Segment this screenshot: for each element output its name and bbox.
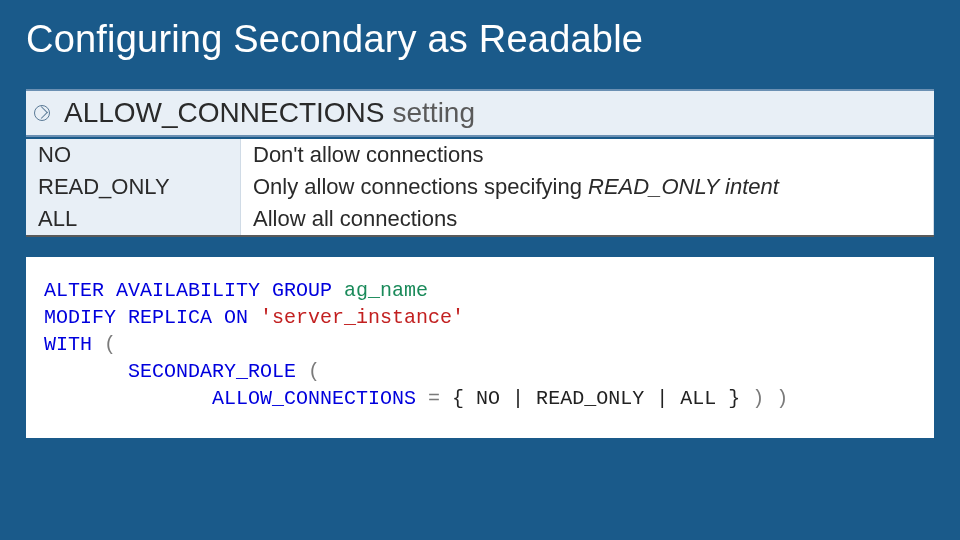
settings-table: NO Don't allow connections READ_ONLY Onl… — [26, 139, 934, 237]
code-space — [740, 387, 752, 410]
section-header: ALLOW_CONNECTIONS setting — [26, 89, 934, 137]
code-paren: ( — [104, 333, 116, 356]
code-identifier: ag_name — [344, 279, 428, 302]
code-keyword: WITH — [44, 333, 104, 356]
page-title: Configuring Secondary as Readable — [26, 18, 934, 61]
table-row-key: READ_ONLY — [26, 171, 241, 203]
code-indent — [44, 387, 212, 410]
section-label: ALLOW_CONNECTIONS — [64, 97, 385, 129]
table-row-value: Don't allow connections — [241, 139, 934, 171]
code-options: { NO | READ_ONLY | ALL } — [452, 387, 740, 410]
table-row-value: Allow all connections — [241, 203, 934, 235]
slide: Configuring Secondary as Readable ALLOW_… — [0, 0, 960, 540]
sql-code-block: ALTER AVAILABILITY GROUP ag_name MODIFY … — [26, 257, 934, 438]
section-suffix: setting — [393, 97, 476, 129]
code-keyword: SECONDARY_ROLE — [128, 360, 308, 383]
text: Don't allow connections — [253, 142, 483, 167]
code-keyword: ALLOW_CONNECTIONS — [212, 387, 428, 410]
hollow-arrow-bullet-icon — [34, 105, 50, 121]
table-row-key: ALL — [26, 203, 241, 235]
code-space — [440, 387, 452, 410]
text-italic: READ_ONLY intent — [588, 174, 779, 199]
code-keyword: ALTER AVAILABILITY GROUP — [44, 279, 344, 302]
table-row-key: NO — [26, 139, 241, 171]
code-keyword: MODIFY REPLICA ON — [44, 306, 260, 329]
code-operator: = — [428, 387, 440, 410]
table-row-value: Only allow connections specifying READ_O… — [241, 171, 934, 203]
text: Only allow connections specifying — [253, 174, 588, 199]
code-paren: ( — [308, 360, 320, 383]
text: Allow all connections — [253, 206, 457, 231]
code-paren: ) ) — [752, 387, 788, 410]
code-string: 'server_instance' — [260, 306, 464, 329]
code-indent — [44, 360, 128, 383]
